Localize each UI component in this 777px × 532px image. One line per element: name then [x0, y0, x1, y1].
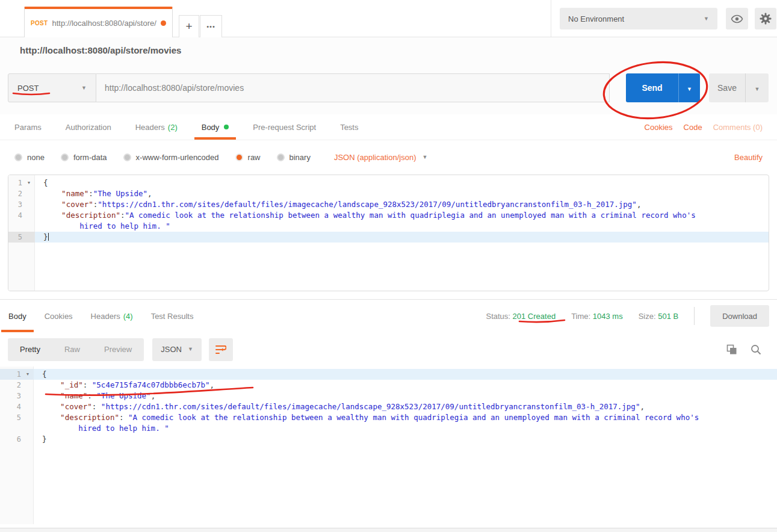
time-value: 1043 ms	[593, 312, 623, 321]
view-raw-button[interactable]: Raw	[52, 338, 92, 361]
content-type-selector[interactable]: JSON (application/json) ▼	[334, 153, 427, 162]
code-line[interactable]: hired to help him. "	[0, 423, 777, 434]
environment-quick-look-button[interactable]	[726, 8, 748, 29]
more-tabs-button[interactable]: •••	[200, 15, 222, 37]
view-preview-button[interactable]: Preview	[92, 338, 144, 361]
code-line[interactable]: 6}	[0, 434, 777, 445]
line-number: 5	[8, 232, 35, 243]
body-type-raw[interactable]: raw	[235, 153, 261, 162]
line-number: 5	[0, 412, 34, 423]
eye-icon	[731, 14, 743, 23]
line-number: 2	[8, 188, 35, 199]
chevron-down-icon: ▼	[422, 155, 427, 160]
method-selector[interactable]: POST ▼	[8, 73, 96, 102]
copy-response-button[interactable]	[726, 344, 737, 355]
line-number: 1▾	[0, 369, 34, 380]
body-present-dot-icon	[224, 125, 229, 129]
code-text: }	[35, 232, 769, 243]
response-meta-row: Body Cookies Headers(4) Test Results Sta…	[0, 300, 777, 332]
send-button[interactable]: Send	[626, 73, 678, 102]
code-text: }	[34, 434, 777, 445]
wrap-text-icon	[215, 344, 226, 354]
environment-label: No Environment	[568, 14, 624, 23]
code-line[interactable]: 4 "cover": "https://cdn1.thr.com/sites/d…	[0, 401, 777, 412]
tab-tests[interactable]: Tests	[333, 114, 365, 140]
wrap-text-button[interactable]	[209, 338, 233, 361]
body-type-none[interactable]: none	[14, 153, 45, 162]
send-options-button[interactable]: ▼	[678, 73, 700, 102]
body-type-x-www-form-urlencoded[interactable]: x-www-form-urlencoded	[123, 153, 219, 162]
unsaved-dot-icon	[161, 20, 166, 26]
code-text: "description": "A comedic look at the re…	[34, 412, 777, 423]
tab-method-label: POST	[31, 20, 48, 26]
beautify-link[interactable]: Beautify	[734, 153, 763, 162]
download-button[interactable]: Download	[710, 305, 769, 327]
tab-params[interactable]: Params	[7, 114, 49, 140]
save-button[interactable]: Save	[709, 73, 745, 102]
code-line[interactable]: 2 "_id": "5c4e715fa74c07dbbb6ecb7b",	[0, 380, 777, 391]
code-line[interactable]: 5 "description": "A comedic look at the …	[0, 412, 777, 423]
radio-icon	[123, 153, 131, 161]
view-pretty-button[interactable]: Pretty	[8, 338, 52, 361]
method-label: POST	[17, 84, 39, 93]
request-builder-bar: POST ▼ Send ▼ Save ▼	[0, 63, 777, 114]
body-type-row: none form-data x-www-form-urlencoded raw…	[0, 140, 777, 175]
environment-selector[interactable]: No Environment ▼	[560, 8, 717, 29]
response-format-selector[interactable]: JSON ▼	[152, 338, 202, 361]
line-number: 2	[0, 380, 34, 391]
code-line[interactable]: 3 "name": "The Upside",	[0, 391, 777, 401]
comments-link[interactable]: Comments (0)	[713, 123, 763, 132]
status-value: 201 Created	[513, 312, 556, 321]
settings-button[interactable]	[755, 8, 776, 29]
size-value: 501 B	[658, 312, 678, 321]
search-response-button[interactable]	[751, 344, 761, 355]
code-line[interactable]: 3 "cover":"https://cdn1.thr.com/sites/de…	[8, 199, 769, 210]
code-text: {	[35, 178, 769, 188]
divider	[694, 307, 695, 325]
line-number: 1▾	[8, 178, 35, 188]
app-header: POST http://localhost:8080/api/store/ + …	[0, 0, 777, 37]
chevron-down-icon: ▼	[188, 347, 193, 352]
code-text: "name":"The Upside",	[35, 188, 769, 199]
code-line[interactable]: 1▾{	[8, 178, 769, 188]
line-number	[8, 221, 35, 232]
request-body-editor[interactable]: 1▾{2 "name":"The Upside",3 "cover":"http…	[8, 175, 769, 291]
url-input[interactable]	[96, 73, 610, 102]
code-link[interactable]: Code	[684, 123, 702, 132]
code-text: hired to help him. "	[35, 221, 769, 232]
body-type-form-data[interactable]: form-data	[61, 153, 107, 162]
new-tab-button[interactable]: +	[179, 15, 199, 37]
save-options-button[interactable]: ▼	[745, 73, 769, 102]
header-divider	[551, 0, 551, 37]
fold-caret-icon[interactable]: ▾	[26, 369, 34, 380]
code-text: "description":"A comedic look at the rel…	[35, 210, 769, 221]
response-tab-body[interactable]: Body	[1, 300, 34, 332]
request-tab[interactable]: POST http://localhost:8080/api/store/	[24, 7, 173, 37]
code-line[interactable]: 2 "name":"The Upside",	[8, 188, 769, 199]
response-view-switch: Pretty Raw Preview	[8, 338, 144, 361]
tab-url-label: http://localhost:8080/api/store/	[52, 19, 156, 28]
line-number: 4	[8, 210, 35, 221]
gear-icon	[760, 13, 772, 25]
response-tab-test-results[interactable]: Test Results	[144, 300, 201, 332]
tab-pre-request-script[interactable]: Pre-request Script	[246, 114, 323, 140]
response-body-editor[interactable]: 1▾{2 "_id": "5c4e715fa74c07dbbb6ecb7b",3…	[0, 367, 777, 524]
tab-authorization[interactable]: Authorization	[58, 114, 119, 140]
status-badge: Status: 201 Created	[486, 312, 556, 321]
response-tab-headers[interactable]: Headers(4)	[84, 300, 140, 332]
request-title: http://localhost:8080/api/store/movies	[20, 45, 181, 55]
code-line[interactable]: 4 "description":"A comedic look at the r…	[8, 210, 769, 221]
code-line[interactable]: 1▾{	[0, 369, 777, 380]
cookies-link[interactable]: Cookies	[645, 123, 673, 132]
tab-body[interactable]: Body	[194, 114, 237, 140]
tab-headers[interactable]: Headers(2)	[128, 114, 185, 140]
code-line[interactable]: hired to help him. "	[8, 221, 769, 232]
text-cursor	[48, 233, 49, 241]
body-type-binary[interactable]: binary	[277, 153, 311, 162]
code-line[interactable]: 5}	[8, 232, 769, 243]
fold-caret-icon[interactable]: ▾	[28, 178, 35, 188]
request-tabs: Params Authorization Headers(2) Body Pre…	[0, 114, 777, 140]
radio-icon	[61, 153, 69, 161]
response-tab-cookies[interactable]: Cookies	[37, 300, 80, 332]
size-badge: Size: 501 B	[639, 312, 679, 321]
